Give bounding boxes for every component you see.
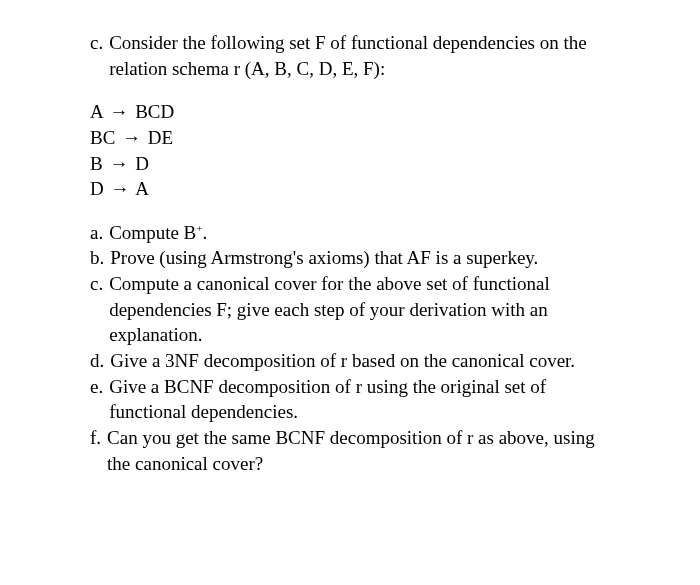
sub-question-b: b. Prove (using Armstrong's axioms) that… [90,245,610,271]
fd-item: BC → DE [90,125,610,151]
sub-question-c: c. Compute a canonical cover for the abo… [90,271,610,348]
fd-item: A → BCD [90,99,610,125]
sub-question-d: d. Give a 3NF decomposition of r based o… [90,348,610,374]
sub-label: f. [90,425,107,476]
problem-text: Consider the following set F of function… [109,30,610,81]
sub-text: Can you get the same BCNF decomposition … [107,425,610,476]
sub-label: a. [90,220,109,246]
sub-text: Give a BCNF decomposition of r using the… [109,374,610,425]
sub-text: Give a 3NF decomposition of r based on t… [110,348,610,374]
problem-intro-block: c. Consider the following set F of funct… [90,30,610,81]
fd-left: B [90,153,103,174]
sub-text-post: . [203,222,208,243]
problem-label: c. [90,30,109,81]
arrow-icon: → [120,127,143,148]
sub-label: c. [90,271,109,348]
arrow-icon: → [107,101,130,122]
fd-left: BC [90,127,115,148]
fd-right: BCD [135,101,174,122]
sub-questions-list: a. Compute B+. b. Prove (using Armstrong… [90,220,610,476]
fd-left: D [90,178,104,199]
sub-label: d. [90,348,110,374]
sub-question-a: a. Compute B+. [90,220,610,246]
sub-label: b. [90,245,110,271]
fd-right: D [135,153,149,174]
sub-question-e: e. Give a BCNF decomposition of r using … [90,374,610,425]
sub-question-f: f. Can you get the same BCNF decompositi… [90,425,610,476]
problem-intro: c. Consider the following set F of funct… [90,30,610,81]
fd-right: DE [148,127,173,148]
sub-label: e. [90,374,109,425]
fd-item: B → D [90,151,610,177]
fd-right: A [135,178,149,199]
fd-item: D → A [90,176,610,202]
sub-text: Compute a canonical cover for the above … [109,271,610,348]
sub-text: Prove (using Armstrong's axioms) that AF… [110,245,610,271]
functional-dependencies-list: A → BCD BC → DE B → D D → A [90,99,610,202]
arrow-icon: → [108,178,131,199]
sub-text-pre: Compute B [109,222,196,243]
sub-text: Compute B+. [109,220,610,246]
arrow-icon: → [107,153,130,174]
fd-left: A [90,101,103,122]
